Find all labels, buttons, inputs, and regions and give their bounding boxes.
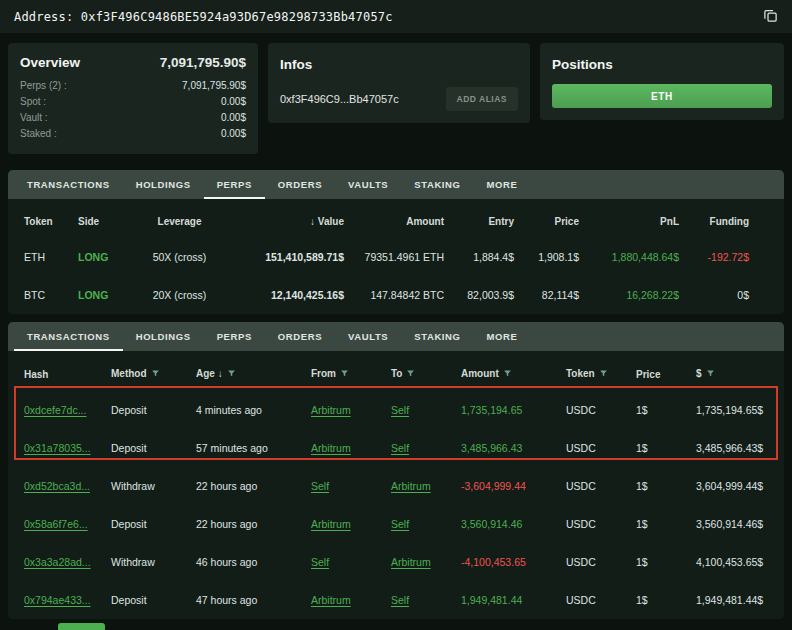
- from-link[interactable]: Arbitrum: [311, 442, 351, 454]
- filter-icon[interactable]: [227, 369, 236, 380]
- col-amount[interactable]: Amount: [453, 351, 558, 391]
- hash-link[interactable]: 0x31a78035...: [24, 442, 91, 454]
- col-usd[interactable]: $: [688, 351, 784, 391]
- cell-from: Arbitrum: [303, 391, 383, 429]
- copy-address-button[interactable]: [763, 8, 778, 26]
- positions-title: Positions: [552, 57, 613, 72]
- col-amount[interactable]: Amount: [352, 199, 452, 238]
- cell-funding: -192.72$: [687, 238, 757, 276]
- hash-link[interactable]: 0x794ae433...: [24, 594, 91, 606]
- cell-liquidation: 44,837$: [757, 276, 784, 314]
- hash-link[interactable]: 0x3a3a28ad...: [24, 556, 91, 568]
- cell-from: Self: [303, 543, 383, 581]
- to-link[interactable]: Self: [391, 594, 409, 606]
- cell-usd: 1,735,194.65$: [688, 391, 784, 429]
- transactions-tab-bar: TRANSACTIONS HOLDINGS PERPS ORDERS VAULT…: [8, 322, 784, 351]
- tab-vaults[interactable]: VAULTS: [335, 170, 401, 199]
- stat-value: 7,091,795.90$: [182, 78, 246, 94]
- col-method[interactable]: Method: [103, 351, 188, 391]
- perps-table: Token Side Leverage ↓ Value Amount Entry…: [8, 199, 784, 314]
- cell-token: USDC: [558, 543, 628, 581]
- hash-link[interactable]: 0xd52bca3d...: [24, 480, 90, 492]
- filter-icon[interactable]: [151, 369, 160, 380]
- cell-liquidation: 1,838.6$: [757, 238, 784, 276]
- cell-amount: 1,735,194.65: [453, 391, 558, 429]
- hash-link[interactable]: 0xdcefe7dc...: [24, 404, 86, 416]
- col-price[interactable]: Price: [522, 199, 587, 238]
- cell-price: 1$: [628, 467, 688, 505]
- col-token[interactable]: Token: [8, 199, 70, 238]
- cell-price: 1$: [628, 505, 688, 543]
- to-link[interactable]: Self: [391, 518, 409, 530]
- tab-staking[interactable]: STAKING: [401, 170, 473, 199]
- from-link[interactable]: Arbitrum: [311, 404, 351, 416]
- transactions-header-row: Hash Method Age ↓ From To Amount Token P…: [8, 351, 784, 391]
- col-from[interactable]: From: [303, 351, 383, 391]
- filter-icon[interactable]: [706, 369, 715, 380]
- filter-icon[interactable]: [599, 369, 608, 380]
- tab-staking[interactable]: STAKING: [401, 322, 473, 351]
- to-link[interactable]: Arbitrum: [391, 480, 431, 492]
- cell-leverage: 20X (cross): [132, 276, 227, 314]
- cell-amount: 1,949,481.44: [453, 581, 558, 619]
- perps-tab-bar: TRANSACTIONS HOLDINGS PERPS ORDERS VAULT…: [8, 170, 784, 199]
- from-link[interactable]: Arbitrum: [311, 518, 351, 530]
- col-side[interactable]: Side: [70, 199, 132, 238]
- tab-holdings[interactable]: HOLDINGS: [123, 170, 204, 199]
- tab-perps[interactable]: PERPS: [204, 170, 265, 199]
- filter-icon[interactable]: [503, 369, 512, 380]
- col-age[interactable]: Age ↓: [188, 351, 303, 391]
- col-value[interactable]: ↓ Value: [227, 199, 352, 238]
- sort-desc-icon: ↓: [310, 216, 315, 227]
- tab-more[interactable]: MORE: [474, 170, 531, 199]
- tab-orders[interactable]: ORDERS: [265, 322, 335, 351]
- cell-method: Withdraw: [103, 467, 188, 505]
- overview-total-value: 7,091,795.90$: [160, 55, 246, 70]
- tab-transactions[interactable]: TRANSACTIONS: [14, 170, 123, 199]
- add-alias-button[interactable]: ADD ALIAS: [446, 87, 518, 111]
- col-leverage[interactable]: Leverage: [132, 199, 227, 238]
- col-hash[interactable]: Hash: [8, 351, 103, 391]
- tab-more[interactable]: MORE: [474, 322, 531, 351]
- overview-title: Overview: [20, 55, 80, 70]
- cell-to: Self: [383, 505, 453, 543]
- col-liquidation[interactable]: Liquidation: [757, 199, 784, 238]
- col-entry[interactable]: Entry: [452, 199, 522, 238]
- hash-link[interactable]: 0x58a6f7e6...: [24, 518, 88, 530]
- to-link[interactable]: Self: [391, 404, 409, 416]
- col-token[interactable]: Token: [558, 351, 628, 391]
- position-coin-button-eth[interactable]: ETH: [552, 84, 772, 108]
- cell-price: 1$: [628, 581, 688, 619]
- cell-hash: 0x794ae433...: [8, 581, 103, 619]
- cell-hash: 0x31a78035...: [8, 429, 103, 467]
- cell-token: BTC: [8, 276, 70, 314]
- col-pnl[interactable]: PnL: [587, 199, 687, 238]
- cell-side: LONG: [70, 238, 132, 276]
- cell-side: LONG: [70, 276, 132, 314]
- tab-transactions[interactable]: TRANSACTIONS: [14, 322, 123, 351]
- overview-card: Overview 7,091,795.90$ Perps (2) : 7,091…: [8, 43, 258, 154]
- from-link[interactable]: Self: [311, 556, 329, 568]
- to-link[interactable]: Self: [391, 442, 409, 454]
- cell-token: USDC: [558, 429, 628, 467]
- partial-bottom-button[interactable]: [58, 623, 105, 630]
- cell-hash: 0x3a3a28ad...: [8, 543, 103, 581]
- tab-holdings[interactable]: HOLDINGS: [123, 322, 204, 351]
- to-link[interactable]: Arbitrum: [391, 556, 431, 568]
- col-funding[interactable]: Funding: [687, 199, 757, 238]
- filter-icon[interactable]: [340, 369, 349, 380]
- tab-orders[interactable]: ORDERS: [265, 170, 335, 199]
- tab-vaults[interactable]: VAULTS: [335, 322, 401, 351]
- transaction-row: 0x794ae433... Deposit 47 hours ago Arbit…: [8, 581, 784, 619]
- from-link[interactable]: Arbitrum: [311, 594, 351, 606]
- cell-usd: 3,604,999.44$: [688, 467, 784, 505]
- cell-amount: 79351.4961 ETH: [352, 238, 452, 276]
- from-link[interactable]: Self: [311, 480, 329, 492]
- col-price[interactable]: Price: [628, 351, 688, 391]
- tab-perps[interactable]: PERPS: [204, 322, 265, 351]
- col-to[interactable]: To: [383, 351, 453, 391]
- cell-price: 82,114$: [522, 276, 587, 314]
- wallet-address: Address: 0xf3F496C9486BE5924a93D67e98298…: [14, 10, 393, 24]
- infos-card: Infos 0xf3F496C9...Bb47057c ADD ALIAS: [268, 43, 530, 123]
- filter-icon[interactable]: [406, 369, 415, 380]
